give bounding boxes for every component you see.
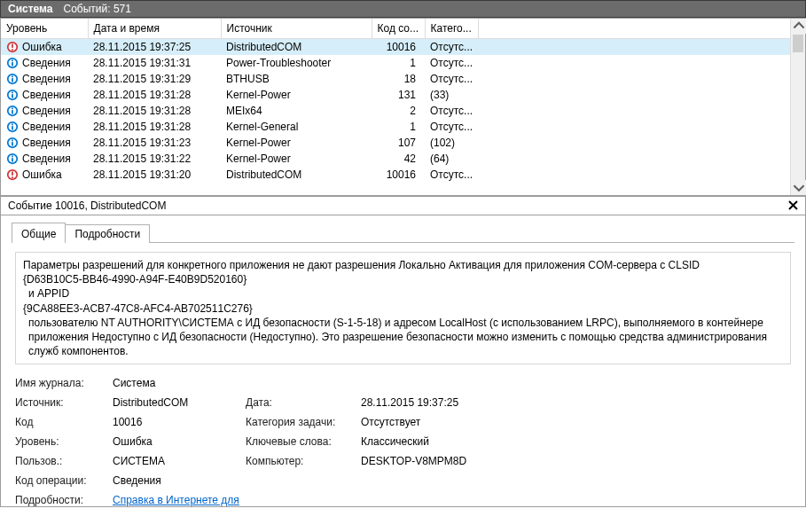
cell-category: Отсутс... [425, 103, 478, 119]
cell-code: 10016 [372, 167, 425, 183]
info-icon [6, 73, 19, 85]
cell-level: Сведения [22, 57, 71, 69]
svg-rect-2 [12, 44, 13, 48]
details-body: Параметры разрешений для конкретного при… [1, 252, 805, 506]
info-icon [6, 121, 19, 133]
lbl-code: Код [15, 416, 113, 428]
vertical-scrollbar[interactable] [790, 19, 805, 195]
title-bar: Система Событий: 571 [0, 0, 806, 18]
svg-rect-10 [12, 78, 13, 82]
cell-source: MEIx64 [221, 103, 372, 119]
svg-rect-3 [12, 49, 13, 51]
val-log-name: Система [113, 377, 791, 389]
svg-rect-22 [12, 126, 13, 129]
title-bar-title: Система [8, 3, 53, 15]
cell-category: (102) [425, 135, 478, 151]
cell-level: Сведения [22, 137, 71, 149]
val-user: СИСТЕМА [113, 455, 246, 467]
table-row[interactable]: Сведения28.11.2015 19:31:22Kernel-Power4… [1, 151, 805, 167]
lbl-taskcat: Категория задачи: [246, 416, 361, 428]
svg-rect-15 [12, 92, 13, 94]
svg-rect-18 [12, 110, 13, 113]
cell-code: 18 [372, 71, 425, 87]
cell-level: Ошибка [22, 168, 62, 181]
cell-date: 28.11.2015 19:31:22 [88, 151, 221, 167]
svg-rect-27 [12, 140, 13, 142]
svg-rect-35 [12, 176, 13, 178]
table-row[interactable]: Сведения28.11.2015 19:31:28MEIx642Отсутс… [1, 103, 805, 119]
cell-date: 28.11.2015 19:31:23 [88, 135, 221, 151]
cell-date: 28.11.2015 19:31:28 [88, 119, 221, 135]
cell-code: 2 [372, 103, 425, 119]
table-row[interactable]: Сведения28.11.2015 19:31:23Kernel-Power1… [1, 135, 805, 151]
scroll-up-button[interactable] [791, 19, 806, 34]
cell-date: 28.11.2015 19:31:28 [88, 87, 221, 103]
val-level: Ошибка [113, 435, 246, 448]
svg-rect-31 [12, 156, 13, 158]
cell-source: Power-Troubleshooter [221, 55, 372, 71]
events-grid[interactable]: Уровень Дата и время Источник Код со... … [1, 19, 805, 183]
cell-date: 28.11.2015 19:37:25 [88, 39, 221, 56]
cell-level: Сведения [22, 73, 71, 85]
table-row[interactable]: Сведения28.11.2015 19:31:31Power-Trouble… [1, 55, 805, 71]
grid-header-row[interactable]: Уровень Дата и время Источник Код со... … [1, 19, 805, 39]
cell-source: DistributedCOM [221, 167, 372, 183]
svg-rect-6 [12, 62, 13, 66]
online-help-link[interactable]: Справка в Интернете для [113, 494, 239, 506]
svg-rect-11 [12, 76, 13, 78]
col-header-source[interactable]: Источник [221, 19, 372, 39]
table-row[interactable]: Ошибка28.11.2015 19:37:25DistributedCOM1… [1, 39, 805, 56]
details-pane-title: Событие 10016, DistributedCOM [8, 200, 166, 212]
scroll-down-button[interactable] [791, 180, 806, 195]
cell-source: Kernel-Power [221, 135, 372, 151]
lbl-computer: Компьютер: [246, 455, 361, 467]
svg-rect-26 [12, 142, 13, 145]
title-bar-events: Событий: 571 [64, 3, 131, 15]
close-icon [788, 200, 798, 210]
val-keywords: Классический [361, 435, 791, 448]
val-code: 10016 [113, 416, 246, 428]
error-icon [6, 168, 19, 181]
error-icon [6, 41, 19, 53]
table-row[interactable]: Сведения28.11.2015 19:31:28Kernel-Genera… [1, 119, 805, 135]
cell-category: Отсутс... [425, 167, 478, 183]
details-tabs: Общие Подробности [1, 215, 805, 243]
scroll-thumb[interactable] [793, 35, 803, 52]
cell-level: Сведения [22, 105, 71, 117]
cell-category: (33) [425, 87, 478, 103]
val-opcode: Сведения [113, 474, 791, 487]
val-source: DistributedCOM [113, 396, 246, 409]
tab-general[interactable]: Общие [12, 223, 66, 243]
col-header-spacer [478, 19, 805, 39]
chevron-up-icon [793, 20, 805, 33]
close-details-button[interactable] [788, 200, 798, 213]
cell-category: Отсутс... [425, 39, 478, 56]
svg-rect-34 [12, 172, 13, 176]
cell-code: 1 [372, 119, 425, 135]
cell-date: 28.11.2015 19:31:29 [88, 71, 221, 87]
lbl-date: Дата: [246, 396, 361, 409]
cell-source: BTHUSB [221, 71, 372, 87]
col-header-category[interactable]: Катего... [425, 19, 478, 39]
lbl-log-name: Имя журнала: [15, 377, 113, 389]
cell-source: Kernel-Power [221, 151, 372, 167]
info-icon [6, 137, 19, 149]
events-grid-container: Уровень Дата и время Источник Код со... … [1, 19, 805, 196]
tab-details[interactable]: Подробности [65, 224, 150, 243]
col-header-level[interactable]: Уровень [1, 19, 88, 39]
table-row[interactable]: Сведения28.11.2015 19:31:28Kernel-Power1… [1, 87, 805, 103]
details-pane-header: Событие 10016, DistributedCOM [1, 196, 805, 215]
lbl-user: Пользов.: [15, 455, 113, 467]
table-row[interactable]: Сведения28.11.2015 19:31:29BTHUSB18Отсут… [1, 71, 805, 87]
lbl-more-details: Подробности: [15, 494, 113, 506]
cell-category: Отсутс... [425, 119, 478, 135]
cell-date: 28.11.2015 19:31:28 [88, 103, 221, 119]
lbl-opcode: Код операции: [15, 474, 113, 487]
cell-code: 10016 [372, 39, 425, 56]
col-header-code[interactable]: Код со... [372, 19, 425, 39]
val-computer: DESKTOP-V8MPM8D [361, 455, 791, 467]
event-properties: Имя журнала: Система Источник: Distribut… [15, 377, 791, 506]
col-header-date[interactable]: Дата и время [88, 19, 221, 39]
cell-level: Сведения [22, 121, 71, 133]
table-row[interactable]: Ошибка28.11.2015 19:31:20DistributedCOM1… [1, 167, 805, 183]
